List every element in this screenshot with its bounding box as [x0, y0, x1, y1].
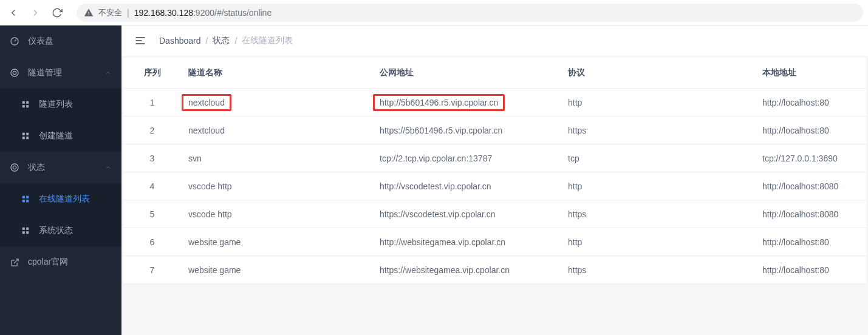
svg-point-12 [11, 164, 18, 171]
cell-idx: 2 [123, 117, 181, 144]
svg-rect-8 [26, 133, 29, 135]
svg-rect-16 [26, 200, 29, 202]
th-idx: 序列 [123, 58, 181, 89]
cell-name: nextcloud [181, 117, 372, 144]
table-row[interactable]: 5vscode httphttps://vscodetest.vip.cpola… [123, 200, 866, 228]
svg-rect-14 [26, 196, 29, 198]
breadcrumb-dashboard[interactable]: Dashboard [159, 36, 201, 46]
sidebar-item-cpolar-site[interactable]: cpolar官网 [0, 246, 121, 278]
breadcrumb-status[interactable]: 状态 [213, 35, 230, 46]
breadcrumb-sep: / [206, 36, 208, 46]
sidebar-item-label: 隧道列表 [39, 99, 73, 110]
th-local: 本地地址 [755, 58, 866, 89]
cell-name: nextcloud [181, 89, 372, 117]
svg-rect-15 [22, 200, 25, 202]
address-bar[interactable]: 不安全 | 192.168.30.128:9200/#/status/onlin… [77, 4, 863, 22]
cell-idx: 6 [123, 228, 181, 256]
not-secure-label: 不安全 [98, 7, 122, 18]
th-public: 公网地址 [372, 58, 561, 89]
breadcrumb-sep: / [234, 36, 237, 46]
forward-button[interactable] [27, 4, 44, 21]
sidebar-item-label: 创建隧道 [39, 130, 73, 141]
sidebar-item-tunnel-list[interactable]: 隧道列表 [0, 89, 121, 120]
breadcrumb-current: 在线隧道列表 [242, 35, 293, 46]
cell-name: website game [181, 228, 372, 256]
not-secure-icon [84, 8, 94, 18]
svg-point-2 [11, 69, 18, 76]
table-row[interactable]: 1nextcloudhttp://5b601496.r5.vip.cpolar.… [123, 89, 866, 117]
cell-idx: 7 [123, 256, 181, 284]
svg-rect-17 [22, 228, 25, 230]
sidebar-item-label: 仪表盘 [28, 36, 53, 47]
svg-rect-4 [26, 101, 29, 104]
cell-public: http://5b601496.r5.vip.cpolar.cn [372, 89, 561, 117]
table-row[interactable]: 3svntcp://2.tcp.vip.cpolar.cn:13787tcptc… [123, 144, 866, 172]
chevron-up-icon [104, 164, 112, 171]
reload-button[interactable] [49, 4, 66, 21]
cell-proto: https [561, 256, 755, 284]
dashboard-icon [10, 36, 19, 46]
table-row[interactable]: 6website gamehttp://websitegamea.vip.cpo… [123, 228, 866, 256]
status-icon [10, 163, 19, 172]
sidebar-item-sys-status[interactable]: 系统状态 [0, 215, 121, 246]
cell-public: http://websitegamea.vip.cpolar.cn [372, 228, 561, 256]
table-row[interactable]: 2nextcloudhttps://5b601496.r5.vip.cpolar… [123, 117, 866, 144]
cell-public: https://vscodetest.vip.cpolar.cn [372, 200, 561, 228]
svg-point-1 [13, 71, 16, 74]
svg-rect-18 [26, 228, 29, 230]
cell-local: tcp://127.0.0.1:3690 [755, 144, 866, 172]
browser-chrome: 不安全 | 192.168.30.128:9200/#/status/onlin… [0, 0, 868, 25]
toggle-sidebar-button[interactable] [134, 34, 147, 47]
sidebar-item-dashboard[interactable]: 仪表盘 [0, 25, 121, 57]
sidebar-item-create-tunnel[interactable]: 创建隧道 [0, 120, 121, 152]
cell-local: http://localhost:80 [755, 89, 866, 117]
svg-point-11 [13, 166, 16, 169]
sidebar: 仪表盘 隧道管理 隧道列表 创建隧道 状态 [0, 25, 121, 335]
svg-rect-20 [26, 231, 29, 234]
cell-public: http://vscodetest.vip.cpolar.cn [372, 172, 561, 200]
tunnel-table: 序列 隧道名称 公网地址 协议 本地地址 1nextcloudhttp://5b… [123, 58, 866, 284]
svg-rect-10 [26, 137, 29, 139]
tunnel-mgmt-icon [10, 68, 19, 78]
cell-name: website game [181, 256, 372, 284]
sidebar-item-label: cpolar官网 [28, 257, 68, 268]
url-text: 192.168.30.128:9200/#/status/online [134, 8, 272, 18]
external-link-icon [10, 257, 19, 267]
cell-idx: 3 [123, 144, 181, 172]
cell-local: http://localhost:80 [755, 117, 866, 144]
sidebar-item-label: 状态 [28, 162, 45, 173]
svg-rect-9 [22, 137, 25, 139]
grid-icon [21, 226, 30, 235]
sidebar-item-online-list[interactable]: 在线隧道列表 [0, 183, 121, 215]
grid-icon [21, 194, 30, 204]
th-proto: 协议 [561, 58, 755, 89]
chevron-up-icon [104, 69, 112, 76]
cell-proto: http [561, 172, 755, 200]
sidebar-item-label: 系统状态 [39, 225, 73, 236]
cell-local: http://localhost:80 [755, 256, 866, 284]
sidebar-item-tunnel-mgmt[interactable]: 隧道管理 [0, 57, 121, 89]
sidebar-item-status[interactable]: 状态 [0, 152, 121, 183]
grid-icon [21, 131, 30, 141]
sidebar-item-label: 隧道管理 [28, 67, 62, 78]
cell-idx: 1 [123, 89, 181, 117]
cell-idx: 4 [123, 172, 181, 200]
table-row[interactable]: 4vscode httphttp://vscodetest.vip.cpolar… [123, 172, 866, 200]
cell-proto: http [561, 228, 755, 256]
svg-line-21 [14, 259, 18, 263]
cell-local: http://localhost:80 [755, 228, 866, 256]
cell-local: http://localhost:8080 [755, 200, 866, 228]
cell-name: svn [181, 144, 372, 172]
cell-local: http://localhost:8080 [755, 172, 866, 200]
cell-proto: http [561, 89, 755, 117]
back-button[interactable] [5, 4, 22, 21]
svg-rect-19 [22, 231, 25, 234]
grid-icon [21, 100, 30, 109]
url-separator: | [127, 8, 129, 18]
cell-name: vscode http [181, 172, 372, 200]
svg-rect-7 [22, 133, 25, 135]
breadcrumb: Dashboard / 状态 / 在线隧道列表 [159, 35, 293, 46]
svg-rect-13 [22, 196, 25, 198]
table-row[interactable]: 7website gamehttps://websitegamea.vip.cp… [123, 256, 866, 284]
sidebar-item-label: 在线隧道列表 [39, 194, 90, 205]
